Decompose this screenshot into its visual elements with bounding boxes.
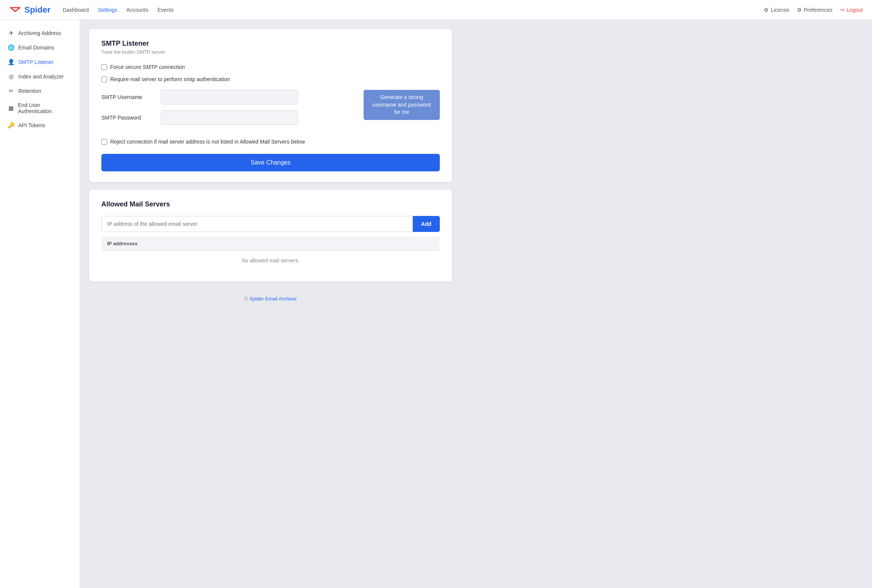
save-changes-button[interactable]: Save Changes [101,154,440,171]
end-user-icon: ▦ [8,105,14,112]
sidebar-label-smtp: SMTP Listener [18,59,53,65]
force-secure-row: Force secure SMTP connection [101,64,440,70]
sidebar-label-archiving: Archiving Address [18,30,61,36]
sidebar-item-smtp-listener[interactable]: 👤 SMTP Listener [0,55,80,69]
ip-table-empty-message: No allowed mail servers. [102,251,440,271]
sidebar-label-index: Index and Analyzer [18,74,64,80]
ip-table-empty-row: No allowed mail servers. [102,251,440,271]
sidebar-label-end-user: End User Authentication [18,102,72,114]
require-auth-label: Require mail server to perform smtp auth… [110,76,230,82]
nav-settings[interactable]: Settings [98,7,117,13]
reject-connection-row: Reject connection if mail server address… [101,139,440,145]
api-tokens-icon: 🔑 [8,122,14,129]
sidebar-label-retention: Retention [18,88,41,94]
logout-icon: ↪ [840,7,845,13]
sidebar-item-end-user-auth[interactable]: ▦ End User Authentication [0,98,80,118]
license-link[interactable]: ⚙ License [764,7,789,13]
reject-connection-checkbox[interactable] [101,139,107,145]
generate-credentials-button[interactable]: Generate a strong username and password … [364,90,440,120]
sidebar-label-api-tokens: API Tokens [18,122,45,128]
layout: ✈ Archiving Address 🌐 Email Domains 👤 SM… [0,20,872,588]
main-content: SMTP Listener Tune the builtin SMTP serv… [80,20,461,588]
nav-dashboard[interactable]: Dashboard [63,7,89,13]
license-icon: ⚙ [764,7,769,13]
allowed-ip-input-row: Add [101,216,440,232]
email-domains-icon: 🌐 [8,44,14,51]
archiving-icon: ✈ [8,30,14,37]
license-label: License [771,7,789,13]
allowed-servers-title: Allowed Mail Servers [101,200,440,208]
preferences-label: Preferences [804,7,832,13]
smtp-icon: 👤 [8,59,14,66]
smtp-password-input[interactable] [161,110,298,125]
footer: © Spider Email Archiver [89,289,452,308]
sidebar-item-retention[interactable]: ✂ Retention [0,84,80,98]
allowed-mail-servers-card: Allowed Mail Servers Add IP addresses No… [89,190,452,281]
smtp-listener-card: SMTP Listener Tune the builtin SMTP serv… [89,29,452,182]
smtp-username-label: SMTP Username [101,94,155,100]
ip-table-header: IP addresses [102,237,440,251]
topnav: Spider Dashboard Settings Accounts Event… [0,0,872,20]
sidebar-item-index-analyzer[interactable]: ◎ Index and Analyzer [0,69,80,84]
index-icon: ◎ [8,73,14,80]
ip-addresses-table: IP addresses No allowed mail servers. [101,236,440,271]
retention-icon: ✂ [8,88,14,94]
smtp-username-row: SMTP Username [101,90,356,104]
nav-accounts[interactable]: Accounts [127,7,149,13]
allowed-ip-input[interactable] [101,216,413,232]
nav-events[interactable]: Events [157,7,174,13]
logout-link[interactable]: ↪ Logout [840,7,863,13]
smtp-password-label: SMTP Password [101,115,155,121]
sidebar-item-email-domains[interactable]: 🌐 Email Domains [0,40,80,55]
reject-connection-label: Reject connection if mail server address… [110,139,305,145]
smtp-card-subtitle: Tune the builtin SMTP server [101,49,440,55]
force-secure-checkbox[interactable] [101,64,107,70]
smtp-card-title: SMTP Listener [101,40,440,48]
footer-link[interactable]: Spider Email Archiver [249,296,297,302]
force-secure-label: Force secure SMTP connection [110,64,185,70]
smtp-username-input[interactable] [161,90,298,104]
add-ip-button[interactable]: Add [413,216,440,232]
nav-links: Dashboard Settings Accounts Events [63,7,764,13]
sidebar-label-email-domains: Email Domains [18,45,54,51]
preferences-link[interactable]: ⚙ Preferences [797,7,832,13]
logout-label: Logout [846,7,863,13]
logo-icon [9,4,21,16]
nav-right: ⚙ License ⚙ Preferences ↪ Logout [764,7,863,13]
require-auth-checkbox[interactable] [101,77,107,82]
logo-text: Spider [24,5,50,15]
sidebar-item-api-tokens[interactable]: 🔑 API Tokens [0,118,80,133]
logo-area: Spider [9,4,50,16]
require-auth-row: Require mail server to perform smtp auth… [101,76,440,82]
sidebar: ✈ Archiving Address 🌐 Email Domains 👤 SM… [0,20,80,588]
preferences-icon: ⚙ [797,7,802,13]
smtp-password-row: SMTP Password [101,110,356,125]
sidebar-item-archiving-address[interactable]: ✈ Archiving Address [0,26,80,40]
